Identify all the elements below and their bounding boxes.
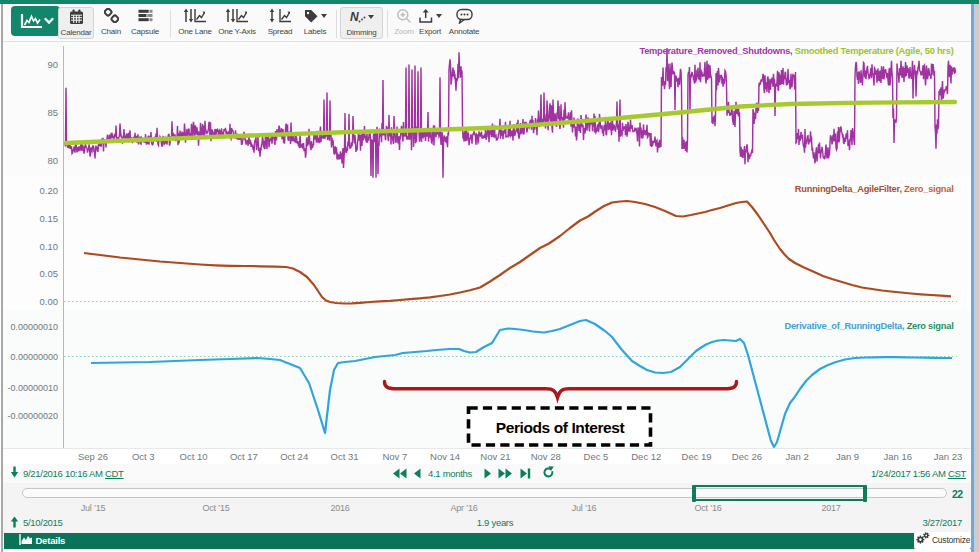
svg-text:85: 85 bbox=[47, 107, 58, 118]
svg-text:RunningDelta_AgileFilter, Zero: RunningDelta_AgileFilter, Zero_signal bbox=[795, 184, 954, 194]
svg-text:Jan 2: Jan 2 bbox=[786, 451, 809, 462]
svg-text:Temperature_Removed_Shutdowns,: Temperature_Removed_Shutdowns, Smoothed … bbox=[639, 46, 953, 56]
svg-text:Oct 17: Oct 17 bbox=[230, 451, 258, 462]
svg-text:-0.00000010: -0.00000010 bbox=[7, 383, 58, 393]
svg-text:Dec 5: Dec 5 bbox=[584, 451, 609, 462]
svg-text:Nov 14: Nov 14 bbox=[430, 451, 460, 462]
svg-text:0.20: 0.20 bbox=[40, 185, 59, 196]
svg-text:Oct 31: Oct 31 bbox=[331, 451, 359, 462]
svg-text:Dec 12: Dec 12 bbox=[631, 451, 661, 462]
svg-text:Jan 9: Jan 9 bbox=[836, 451, 859, 462]
svg-text:0.00000010: 0.00000010 bbox=[10, 322, 58, 332]
svg-text:Oct 10: Oct 10 bbox=[180, 451, 208, 462]
svg-text:80: 80 bbox=[47, 155, 58, 166]
svg-text:Dec 19: Dec 19 bbox=[682, 451, 712, 462]
svg-text:90: 90 bbox=[47, 59, 58, 70]
svg-text:0.10: 0.10 bbox=[40, 241, 59, 252]
svg-text:0.05: 0.05 bbox=[40, 268, 59, 279]
svg-text:Derivative_of_RunningDelta, Ze: Derivative_of_RunningDelta, Zero signal bbox=[784, 321, 953, 331]
svg-text:Oct 24: Oct 24 bbox=[280, 451, 308, 462]
svg-text:Dec 26: Dec 26 bbox=[732, 451, 762, 462]
svg-text:Oct 3: Oct 3 bbox=[132, 451, 155, 462]
svg-text:0.00000000: 0.00000000 bbox=[10, 352, 58, 362]
svg-text:Nov 28: Nov 28 bbox=[531, 451, 561, 462]
svg-text:Jan 23: Jan 23 bbox=[934, 451, 963, 462]
svg-text:0.00: 0.00 bbox=[40, 296, 59, 307]
svg-text:4.1 months: 4.1 months bbox=[428, 468, 473, 479]
svg-text:Nov 21: Nov 21 bbox=[480, 451, 510, 462]
svg-text:Sep 26: Sep 26 bbox=[78, 451, 108, 462]
svg-text:N: N bbox=[350, 10, 359, 24]
svg-text:Nov 7: Nov 7 bbox=[382, 451, 407, 462]
svg-text:Jan 16: Jan 16 bbox=[884, 451, 913, 462]
svg-text:-0.00000020: -0.00000020 bbox=[7, 411, 58, 421]
svg-text:Periods of Interest: Periods of Interest bbox=[496, 419, 625, 436]
svg-text:0.15: 0.15 bbox=[40, 213, 59, 224]
